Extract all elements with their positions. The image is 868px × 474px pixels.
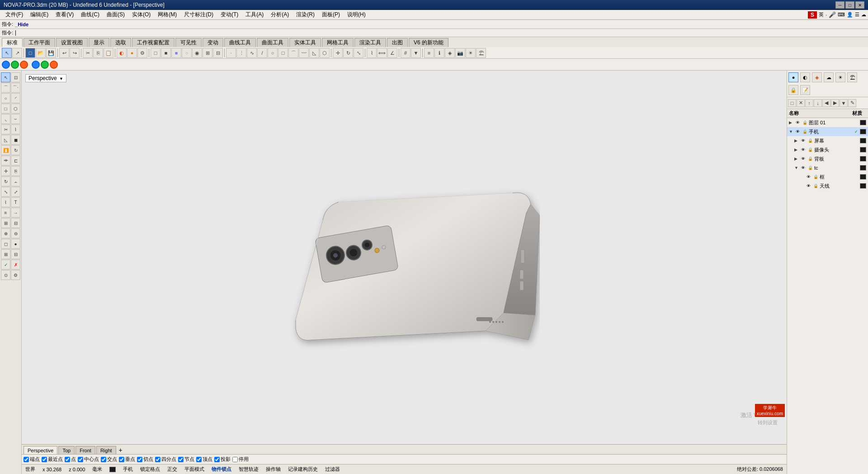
snap-perp-cb[interactable]: [119, 457, 124, 462]
viewport[interactable]: Perspective ▼: [22, 71, 787, 444]
layer-item-01[interactable]: ▶ 👁 🔒 图层 01: [787, 118, 868, 127]
point-tool[interactable]: ·: [226, 48, 236, 58]
object-prop[interactable]: ℹ: [434, 48, 444, 58]
tab-render-tools[interactable]: 渲染工具: [354, 38, 386, 47]
transform-scale[interactable]: ⤡: [354, 48, 363, 58]
render-preview[interactable]: ◐: [117, 48, 127, 58]
snap-point-cb[interactable]: [65, 457, 70, 462]
viewport-dropdown-icon[interactable]: ▼: [59, 76, 63, 81]
view-wire[interactable]: □: [151, 48, 160, 58]
layer-antenna-color[interactable]: [860, 183, 866, 189]
transform-rotate[interactable]: ↻: [343, 48, 353, 58]
view-solid[interactable]: ◉: [192, 48, 202, 58]
tab-drawing[interactable]: 出图: [387, 38, 408, 47]
snap-knot-cb[interactable]: [178, 457, 184, 462]
points-on[interactable]: ⋮: [236, 48, 246, 58]
undo[interactable]: ↩: [59, 48, 69, 58]
snap-quad-cb[interactable]: [155, 457, 160, 462]
rp-tab-notes[interactable]: 📝: [800, 85, 810, 95]
dims-angle[interactable]: ∠: [387, 48, 397, 58]
layer-move-right[interactable]: ▶: [831, 99, 839, 107]
layer-item-phone[interactable]: ▼ 👁 🔒 手机 ✓: [787, 127, 868, 136]
view-tab-top[interactable]: Top: [58, 446, 75, 454]
menu-analysis[interactable]: 分析(A): [267, 10, 292, 19]
menu-surface[interactable]: 曲面(S): [103, 10, 128, 19]
menu-view[interactable]: 查看(V): [52, 10, 77, 19]
lt-extrude[interactable]: ⏫: [1, 145, 10, 155]
layer-item-screen[interactable]: ▶ 👁 🔒 屏幕: [787, 136, 868, 145]
lt-arc[interactable]: ◜: [11, 93, 20, 103]
lt-dim[interactable]: ⌇: [1, 197, 10, 207]
select-chain[interactable]: ↗: [12, 48, 22, 58]
lt-select[interactable]: ↖: [1, 72, 10, 82]
cut[interactable]: ✂: [83, 48, 93, 58]
curve-tool[interactable]: ∿: [247, 48, 257, 58]
lt-surface-from-curve[interactable]: ◺: [1, 135, 10, 145]
lt-cancel[interactable]: ✗: [11, 260, 20, 270]
menu-tools[interactable]: 工具(A): [242, 10, 267, 19]
layer-01-lock[interactable]: 🔒: [802, 119, 808, 126]
snap-endpoint-cb[interactable]: [24, 457, 29, 462]
lt-curve[interactable]: ⌒: [1, 83, 10, 93]
lt-group[interactable]: ⊟: [11, 218, 20, 228]
layer-screen-eye[interactable]: 👁: [800, 137, 806, 144]
lt-check-mark[interactable]: ✓: [1, 260, 10, 270]
lt-mesh-edit[interactable]: ⊟: [11, 249, 20, 259]
tab-surface-tools[interactable]: 曲面工具: [257, 38, 288, 47]
layer-backplate-eye[interactable]: 👁: [800, 156, 806, 162]
lt-copy2[interactable]: ⎘: [11, 166, 20, 176]
menu-dim[interactable]: 尺寸标注(D): [180, 10, 217, 19]
menu-transform[interactable]: 变动(T): [217, 10, 242, 19]
layer-camera-color[interactable]: [860, 147, 866, 152]
view-tab-right[interactable]: Right: [96, 446, 116, 454]
layer-camera-lock[interactable]: 🔒: [807, 147, 813, 153]
rp-tab-env[interactable]: ☁: [824, 72, 834, 82]
layer-up[interactable]: ↑: [805, 99, 813, 107]
lt-scale2d[interactable]: ⤢: [11, 187, 20, 197]
minimize-button[interactable]: ─: [835, 1, 844, 9]
tab-solid-tools[interactable]: 实体工具: [289, 38, 321, 47]
layer-move-left[interactable]: ◀: [822, 99, 830, 107]
lt-scale[interactable]: ⤡: [1, 187, 10, 197]
snap-project-cb[interactable]: [214, 457, 220, 462]
layer-item-frame[interactable]: ▶ 👁 🔒 框: [787, 172, 868, 181]
lt-block[interactable]: ⊞: [1, 218, 10, 228]
freeform-tool[interactable]: 〰: [299, 48, 309, 58]
redo[interactable]: ↪: [70, 48, 80, 58]
view-render[interactable]: ■: [171, 48, 181, 58]
snap-intersect-cb[interactable]: [101, 457, 106, 462]
layer-tc-color[interactable]: [860, 165, 866, 171]
lt-point[interactable]: ⌒·: [11, 83, 20, 93]
lt-rotate[interactable]: ↻: [1, 176, 10, 186]
camera-panel[interactable]: 📷: [455, 48, 465, 58]
menu-mesh[interactable]: 网格(M): [154, 10, 180, 19]
layer-search[interactable]: ✎: [848, 99, 856, 107]
layer-01-color[interactable]: [860, 120, 866, 125]
lt-blend[interactable]: ⌣: [11, 114, 20, 124]
delete-layer[interactable]: ✕: [797, 99, 805, 107]
layer-tc-lock[interactable]: 🔒: [807, 165, 813, 171]
lt-loft[interactable]: ⬲: [1, 156, 10, 166]
transform-move[interactable]: ✛: [333, 48, 343, 58]
cplane-btn1[interactable]: [2, 61, 10, 69]
filter[interactable]: ▼: [411, 48, 421, 58]
env-panel[interactable]: ☀: [466, 48, 476, 58]
lt-leader[interactable]: →: [11, 208, 20, 218]
layer-01-eye[interactable]: 👁: [794, 119, 801, 126]
layer-phone-eye[interactable]: 👁: [794, 128, 801, 135]
select-tool[interactable]: ↖: [2, 48, 12, 58]
menu-help[interactable]: 说明(H): [344, 10, 369, 19]
menu-render[interactable]: 渲染(R): [292, 10, 318, 19]
add-view-tab[interactable]: +: [117, 446, 124, 454]
layer-screen-color[interactable]: [860, 138, 866, 143]
save-file[interactable]: 💾: [46, 48, 56, 58]
lt-boolean-diff[interactable]: ⊖: [11, 228, 20, 238]
maximize-button[interactable]: □: [845, 1, 854, 9]
snap-nearest-cb[interactable]: [42, 457, 47, 462]
lt-fillet[interactable]: ◟: [1, 114, 10, 124]
layer-frame-eye[interactable]: 👁: [805, 174, 811, 180]
rp-tab-ground[interactable]: ⛱: [847, 72, 857, 82]
layer-screen-lock[interactable]: 🔒: [807, 137, 813, 144]
tab-curve-tools[interactable]: 曲线工具: [224, 38, 256, 47]
tab-transform[interactable]: 变动: [203, 38, 223, 47]
